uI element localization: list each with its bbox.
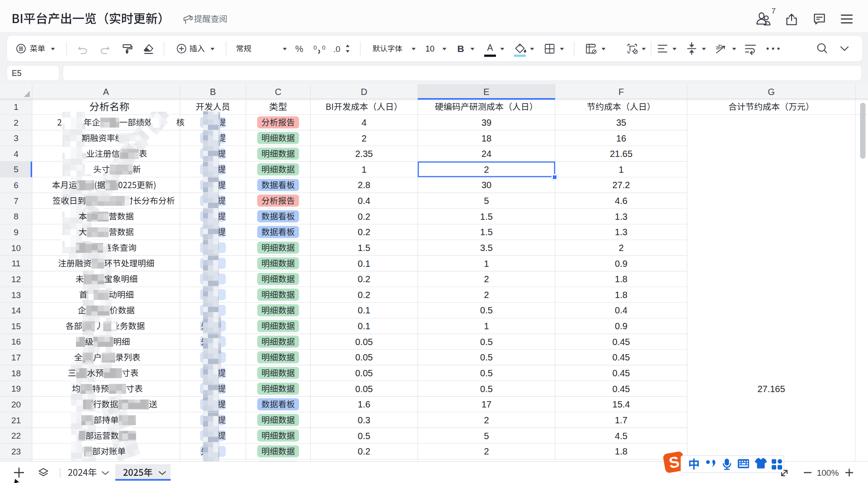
svg-text:1.8: 1.8 [615, 274, 627, 284]
svg-text:1: 1 [484, 259, 489, 269]
svg-text:0: 0 [313, 44, 317, 51]
svg-text:4.5: 4.5 [615, 431, 627, 441]
svg-text:0.45: 0.45 [613, 368, 630, 378]
svg-text:18: 18 [11, 369, 21, 378]
svg-text:10: 10 [425, 44, 434, 53]
svg-text:21: 21 [11, 416, 21, 425]
svg-text:24: 24 [481, 149, 491, 159]
svg-text:5: 5 [484, 196, 489, 206]
svg-text:0.45: 0.45 [613, 337, 630, 347]
svg-text:0.5: 0.5 [480, 384, 493, 394]
svg-text:30: 30 [481, 180, 491, 190]
svg-text:15.4: 15.4 [613, 399, 630, 409]
svg-text:0.05: 0.05 [355, 337, 373, 347]
svg-text:5: 5 [14, 165, 19, 174]
svg-text:3: 3 [14, 133, 19, 143]
svg-text:0.5: 0.5 [358, 431, 370, 441]
svg-text:0.1: 0.1 [358, 321, 370, 331]
svg-text:D: D [361, 87, 367, 97]
svg-text:23: 23 [11, 447, 21, 456]
svg-text:.0: .0 [333, 44, 340, 54]
svg-text:0.5: 0.5 [480, 305, 493, 315]
svg-text:27.165: 27.165 [757, 384, 785, 394]
svg-text:0.05: 0.05 [355, 384, 373, 394]
svg-text:1: 1 [618, 165, 623, 175]
svg-text:C: C [275, 87, 281, 97]
svg-text:5: 5 [484, 431, 489, 441]
svg-text:E: E [483, 87, 489, 97]
svg-text:3.5: 3.5 [480, 243, 493, 253]
svg-text:2: 2 [484, 446, 489, 456]
svg-text:18: 18 [481, 133, 491, 143]
svg-text:8: 8 [14, 212, 19, 221]
svg-text:4: 4 [362, 118, 367, 128]
svg-text:27.2: 27.2 [613, 180, 630, 190]
svg-text:17: 17 [11, 353, 21, 362]
svg-text:2: 2 [618, 243, 623, 253]
svg-text:1: 1 [14, 102, 19, 112]
svg-text:0.3: 0.3 [358, 415, 370, 425]
svg-text:2: 2 [484, 274, 489, 284]
svg-text:1.8: 1.8 [615, 290, 627, 300]
svg-text:0.05: 0.05 [355, 352, 373, 362]
svg-text:2: 2 [484, 290, 489, 300]
svg-text:1.5: 1.5 [480, 212, 493, 222]
svg-text:1.5: 1.5 [358, 243, 370, 253]
svg-text:B: B [210, 87, 216, 97]
svg-text:F: F [618, 87, 624, 97]
svg-text:0.1: 0.1 [358, 305, 370, 315]
svg-text:0.5: 0.5 [480, 337, 493, 347]
svg-text:10: 10 [11, 243, 21, 253]
svg-text:1.5: 1.5 [480, 227, 493, 237]
svg-text:1.7: 1.7 [615, 415, 627, 425]
svg-text:0.2: 0.2 [358, 274, 370, 284]
svg-text:0.5: 0.5 [480, 368, 493, 378]
svg-text:4.6: 4.6 [615, 196, 627, 206]
svg-text:2.8: 2.8 [358, 180, 370, 190]
svg-text:0.9: 0.9 [615, 321, 627, 331]
svg-text:17: 17 [481, 399, 491, 409]
svg-text:100%: 100% [817, 468, 839, 478]
svg-text:0.5: 0.5 [480, 352, 493, 362]
svg-text:2: 2 [484, 165, 489, 175]
svg-text:2: 2 [14, 118, 19, 128]
svg-text:E5: E5 [12, 69, 21, 78]
svg-text:4: 4 [14, 149, 19, 159]
svg-text:11: 11 [12, 259, 21, 268]
svg-text:0.4: 0.4 [615, 305, 627, 315]
svg-text:35: 35 [616, 118, 626, 128]
svg-text:G: G [768, 87, 775, 97]
svg-text:39: 39 [481, 118, 491, 128]
svg-text:6: 6 [14, 180, 19, 190]
svg-text:0.2: 0.2 [358, 290, 370, 300]
svg-text:2: 2 [484, 415, 489, 425]
svg-text:1.3: 1.3 [615, 212, 627, 222]
svg-text:2.35: 2.35 [355, 149, 373, 159]
svg-text:0.2: 0.2 [358, 212, 370, 222]
svg-text:13: 13 [11, 290, 21, 300]
svg-text:22: 22 [11, 431, 21, 440]
svg-text:16: 16 [616, 133, 626, 143]
svg-text:1.6: 1.6 [358, 399, 370, 409]
svg-text:2: 2 [362, 133, 367, 143]
svg-text:9: 9 [14, 227, 19, 237]
svg-text:0.2: 0.2 [358, 227, 370, 237]
svg-text:12: 12 [11, 275, 21, 284]
svg-text:0.1: 0.1 [358, 259, 370, 269]
svg-text:1: 1 [484, 321, 489, 331]
svg-text:14: 14 [11, 306, 21, 315]
svg-text:20: 20 [11, 400, 21, 409]
svg-text:A: A [103, 87, 109, 97]
svg-text:7: 7 [771, 7, 775, 15]
svg-text:B: B [457, 43, 464, 54]
svg-text:21.65: 21.65 [610, 149, 632, 159]
svg-text:0.45: 0.45 [613, 384, 630, 394]
svg-text:0.4: 0.4 [358, 196, 370, 206]
svg-text:0.2: 0.2 [358, 446, 370, 456]
svg-text:0: 0 [322, 44, 326, 51]
svg-text:19: 19 [11, 384, 21, 393]
svg-text:1.8: 1.8 [615, 446, 627, 456]
svg-text:1: 1 [362, 165, 367, 175]
svg-text:0.9: 0.9 [615, 259, 627, 269]
svg-text:0.05: 0.05 [355, 368, 373, 378]
